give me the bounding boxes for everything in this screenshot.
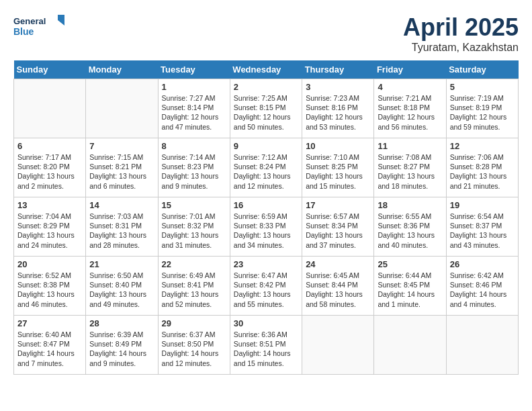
calendar-cell: 29Sunrise: 6:37 AM Sunset: 8:50 PM Dayli… (158, 316, 230, 375)
day-number: 11 (378, 141, 442, 151)
day-info: Sunrise: 6:59 AM Sunset: 8:33 PM Dayligh… (234, 212, 298, 250)
calendar-week-row: 27Sunrise: 6:40 AM Sunset: 8:47 PM Dayli… (14, 316, 519, 375)
calendar-cell: 25Sunrise: 6:44 AM Sunset: 8:45 PM Dayli… (374, 257, 446, 316)
calendar-cell: 30Sunrise: 6:36 AM Sunset: 8:51 PM Dayli… (230, 316, 302, 375)
calendar-cell (14, 79, 86, 138)
day-number: 20 (17, 259, 82, 269)
logo-svg: General Blue (13, 13, 67, 40)
calendar-cell (446, 316, 518, 375)
day-info: Sunrise: 6:40 AM Sunset: 8:47 PM Dayligh… (17, 330, 82, 368)
day-number: 16 (234, 200, 298, 210)
day-info: Sunrise: 7:04 AM Sunset: 8:29 PM Dayligh… (17, 212, 82, 250)
calendar-cell: 3Sunrise: 7:23 AM Sunset: 8:16 PM Daylig… (302, 79, 374, 138)
weekday-header: Tuesday (158, 60, 230, 79)
calendar-cell (374, 316, 446, 375)
day-number: 5 (450, 82, 515, 92)
calendar-week-row: 20Sunrise: 6:52 AM Sunset: 8:38 PM Dayli… (14, 257, 519, 316)
day-info: Sunrise: 7:25 AM Sunset: 8:15 PM Dayligh… (234, 93, 298, 132)
day-number: 18 (378, 200, 442, 210)
day-info: Sunrise: 6:42 AM Sunset: 8:46 PM Dayligh… (450, 271, 515, 309)
calendar-cell: 16Sunrise: 6:59 AM Sunset: 8:33 PM Dayli… (230, 197, 302, 257)
weekday-header: Saturday (446, 60, 518, 79)
calendar-cell: 12Sunrise: 7:06 AM Sunset: 8:28 PM Dayli… (446, 138, 518, 197)
calendar-cell: 20Sunrise: 6:52 AM Sunset: 8:38 PM Dayli… (14, 257, 86, 316)
logo: General Blue (13, 13, 67, 40)
day-info: Sunrise: 7:14 AM Sunset: 8:23 PM Dayligh… (162, 152, 226, 191)
day-number: 6 (17, 141, 82, 151)
day-number: 4 (378, 82, 442, 92)
calendar-cell: 10Sunrise: 7:10 AM Sunset: 8:25 PM Dayli… (302, 138, 374, 197)
day-info: Sunrise: 6:37 AM Sunset: 8:50 PM Dayligh… (162, 330, 226, 368)
calendar-cell: 7Sunrise: 7:15 AM Sunset: 8:21 PM Daylig… (86, 138, 158, 197)
calendar-cell: 22Sunrise: 6:49 AM Sunset: 8:41 PM Dayli… (158, 257, 230, 316)
svg-marker-2 (58, 15, 64, 26)
day-info: Sunrise: 6:44 AM Sunset: 8:45 PM Dayligh… (378, 271, 442, 309)
day-info: Sunrise: 6:39 AM Sunset: 8:49 PM Dayligh… (89, 330, 154, 368)
calendar-cell: 26Sunrise: 6:42 AM Sunset: 8:46 PM Dayli… (446, 257, 518, 316)
svg-text:General: General (13, 16, 46, 26)
day-info: Sunrise: 6:49 AM Sunset: 8:41 PM Dayligh… (162, 271, 226, 309)
day-info: Sunrise: 6:55 AM Sunset: 8:36 PM Dayligh… (378, 212, 442, 250)
day-info: Sunrise: 6:50 AM Sunset: 8:40 PM Dayligh… (89, 271, 154, 309)
day-info: Sunrise: 6:57 AM Sunset: 8:34 PM Dayligh… (306, 212, 370, 250)
calendar-cell: 8Sunrise: 7:14 AM Sunset: 8:23 PM Daylig… (158, 138, 230, 197)
calendar-cell: 27Sunrise: 6:40 AM Sunset: 8:47 PM Dayli… (14, 316, 86, 375)
calendar-table: SundayMondayTuesdayWednesdayThursdayFrid… (13, 60, 519, 375)
day-number: 27 (17, 318, 82, 328)
day-number: 23 (234, 259, 298, 269)
day-number: 24 (306, 259, 370, 269)
calendar-week-row: 6Sunrise: 7:17 AM Sunset: 8:20 PM Daylig… (14, 138, 519, 197)
day-info: Sunrise: 7:01 AM Sunset: 8:32 PM Dayligh… (162, 212, 226, 250)
day-info: Sunrise: 7:15 AM Sunset: 8:21 PM Dayligh… (89, 152, 154, 191)
day-number: 12 (450, 141, 515, 151)
day-number: 8 (162, 141, 226, 151)
weekday-header: Thursday (302, 60, 374, 79)
calendar-cell: 24Sunrise: 6:45 AM Sunset: 8:44 PM Dayli… (302, 257, 374, 316)
day-info: Sunrise: 7:17 AM Sunset: 8:20 PM Dayligh… (17, 152, 82, 191)
calendar-cell: 21Sunrise: 6:50 AM Sunset: 8:40 PM Dayli… (86, 257, 158, 316)
day-number: 2 (234, 82, 298, 92)
calendar-week-row: 13Sunrise: 7:04 AM Sunset: 8:29 PM Dayli… (14, 197, 519, 257)
title-block: April 2025 Tyuratam, Kazakhstan (403, 13, 519, 54)
page-header: General Blue April 2025 Tyuratam, Kazakh… (13, 13, 519, 54)
day-number: 14 (89, 200, 154, 210)
day-number: 28 (89, 318, 154, 328)
weekday-header-row: SundayMondayTuesdayWednesdayThursdayFrid… (14, 60, 519, 79)
calendar-cell: 1Sunrise: 7:27 AM Sunset: 8:14 PM Daylig… (158, 79, 230, 138)
day-info: Sunrise: 6:36 AM Sunset: 8:51 PM Dayligh… (234, 330, 298, 368)
day-number: 17 (306, 200, 370, 210)
svg-text:Blue: Blue (13, 26, 34, 37)
day-number: 26 (450, 259, 515, 269)
calendar-cell: 6Sunrise: 7:17 AM Sunset: 8:20 PM Daylig… (14, 138, 86, 197)
calendar-cell (302, 316, 374, 375)
weekday-header: Monday (86, 60, 158, 79)
calendar-cell: 23Sunrise: 6:47 AM Sunset: 8:42 PM Dayli… (230, 257, 302, 316)
calendar-cell: 13Sunrise: 7:04 AM Sunset: 8:29 PM Dayli… (14, 197, 86, 257)
weekday-header: Friday (374, 60, 446, 79)
day-info: Sunrise: 7:08 AM Sunset: 8:27 PM Dayligh… (378, 152, 442, 191)
calendar-cell: 2Sunrise: 7:25 AM Sunset: 8:15 PM Daylig… (230, 79, 302, 138)
calendar-cell: 5Sunrise: 7:19 AM Sunset: 8:19 PM Daylig… (446, 79, 518, 138)
calendar-cell: 11Sunrise: 7:08 AM Sunset: 8:27 PM Dayli… (374, 138, 446, 197)
calendar-cell: 18Sunrise: 6:55 AM Sunset: 8:36 PM Dayli… (374, 197, 446, 257)
day-number: 13 (17, 200, 82, 210)
day-number: 3 (306, 82, 370, 92)
day-number: 25 (378, 259, 442, 269)
day-info: Sunrise: 7:10 AM Sunset: 8:25 PM Dayligh… (306, 152, 370, 191)
calendar-cell: 14Sunrise: 7:03 AM Sunset: 8:31 PM Dayli… (86, 197, 158, 257)
day-info: Sunrise: 6:47 AM Sunset: 8:42 PM Dayligh… (234, 271, 298, 309)
weekday-header: Wednesday (230, 60, 302, 79)
day-info: Sunrise: 7:06 AM Sunset: 8:28 PM Dayligh… (450, 152, 515, 191)
day-number: 21 (89, 259, 154, 269)
day-number: 30 (234, 318, 298, 328)
day-number: 10 (306, 141, 370, 151)
day-info: Sunrise: 7:03 AM Sunset: 8:31 PM Dayligh… (89, 212, 154, 250)
weekday-header: Sunday (14, 60, 86, 79)
calendar-cell: 19Sunrise: 6:54 AM Sunset: 8:37 PM Dayli… (446, 197, 518, 257)
calendar-cell (86, 79, 158, 138)
day-info: Sunrise: 7:23 AM Sunset: 8:16 PM Dayligh… (306, 93, 370, 132)
calendar-week-row: 1Sunrise: 7:27 AM Sunset: 8:14 PM Daylig… (14, 79, 519, 138)
location: Tyuratam, Kazakhstan (403, 42, 519, 54)
day-info: Sunrise: 6:52 AM Sunset: 8:38 PM Dayligh… (17, 271, 82, 309)
day-number: 19 (450, 200, 515, 210)
